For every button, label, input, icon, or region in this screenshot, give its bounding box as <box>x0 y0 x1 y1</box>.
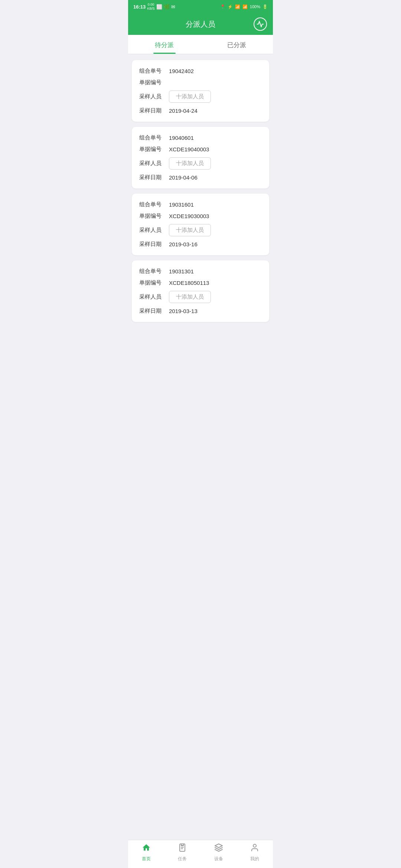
card-3-date-label: 采样日期 <box>139 241 169 248</box>
card-2: 组合单号 19040601 单据编号 XCDE19040003 采样人员 十添加… <box>132 127 269 188</box>
tab-dispatched[interactable]: 已分派 <box>200 35 273 54</box>
card-2-date-value: 2019-04-06 <box>169 174 198 181</box>
card-3-sampler-label: 采样人员 <box>139 227 169 234</box>
card-4-combined-value: 19031301 <box>169 268 194 274</box>
card-4-combined-label: 组合单号 <box>139 268 169 275</box>
tab-pending[interactable]: 待分派 <box>128 35 200 54</box>
page-header: 分派人员 <box>128 13 273 35</box>
battery-text: 100% <box>250 4 260 9</box>
status-time: 16:13 <box>133 4 146 10</box>
card-1-combined-label: 组合单号 <box>139 68 169 75</box>
card-3: 组合单号 19031601 单据编号 XCDE19030003 采样人员 十添加… <box>132 194 269 255</box>
card-4-date-label: 采样日期 <box>139 308 169 315</box>
card-1: 组合单号 19042402 单据编号 采样人员 十添加人员 采样日期 2019-… <box>132 60 269 122</box>
battery-icon: 🔋 <box>263 4 268 9</box>
status-icon-msg: 🌿 <box>164 4 170 10</box>
card-2-date-label: 采样日期 <box>139 174 169 181</box>
card-1-add-button[interactable]: 十添加人员 <box>169 91 211 103</box>
card-1-doc-label: 单据编号 <box>139 79 169 86</box>
card-4-doc-label: 单据编号 <box>139 279 169 286</box>
signal-icon: 📶 <box>235 4 240 9</box>
tab-bar: 待分派 已分派 <box>128 35 273 54</box>
card-1-combined-value: 19042402 <box>169 68 194 74</box>
card-1-sampler-label: 采样人员 <box>139 93 169 100</box>
card-4: 组合单号 19031301 单据编号 XCDE18050113 采样人员 十添加… <box>132 260 269 322</box>
card-2-add-button[interactable]: 十添加人员 <box>169 157 211 170</box>
card-3-date-value: 2019-03-16 <box>169 241 198 247</box>
card-2-combined-value: 19040601 <box>169 135 194 141</box>
wifi-icon: 📶 <box>242 4 248 9</box>
card-3-doc-value: XCDE19030003 <box>169 213 209 219</box>
card-2-doc-label: 单据编号 <box>139 146 169 153</box>
card-2-combined-label: 组合单号 <box>139 134 169 141</box>
card-4-add-button[interactable]: 十添加人员 <box>169 291 211 303</box>
status-icon-mail: ✉ <box>171 4 175 10</box>
card-4-date-value: 2019-03-13 <box>169 308 198 314</box>
card-2-doc-value: XCDE19040003 <box>169 146 209 152</box>
card-4-doc-value: XCDE18050113 <box>169 280 209 286</box>
card-2-sampler-label: 采样人员 <box>139 160 169 167</box>
page-title: 分派人员 <box>186 19 215 29</box>
card-1-date-value: 2019-04-24 <box>169 108 198 114</box>
card-3-doc-label: 单据编号 <box>139 213 169 220</box>
location-icon: 📍 <box>220 4 225 9</box>
bluetooth-icon: ⚡ <box>228 4 233 9</box>
status-icon-sd: ⬜ <box>156 4 162 10</box>
card-1-date-label: 采样日期 <box>139 107 169 114</box>
net-speed: 0.00KB/S <box>147 3 155 11</box>
card-3-combined-value: 19031601 <box>169 201 194 208</box>
chart-icon-button[interactable] <box>254 17 267 31</box>
card-3-combined-label: 组合单号 <box>139 201 169 208</box>
card-list: 组合单号 19042402 单据编号 采样人员 十添加人员 采样日期 2019-… <box>128 54 273 363</box>
status-bar: 16:13 0.00KB/S ⬜ 🌿 ✉ 📍 ⚡ 📶 📶 100% 🔋 <box>128 0 273 13</box>
card-4-sampler-label: 采样人员 <box>139 293 169 300</box>
card-3-add-button[interactable]: 十添加人员 <box>169 224 211 236</box>
